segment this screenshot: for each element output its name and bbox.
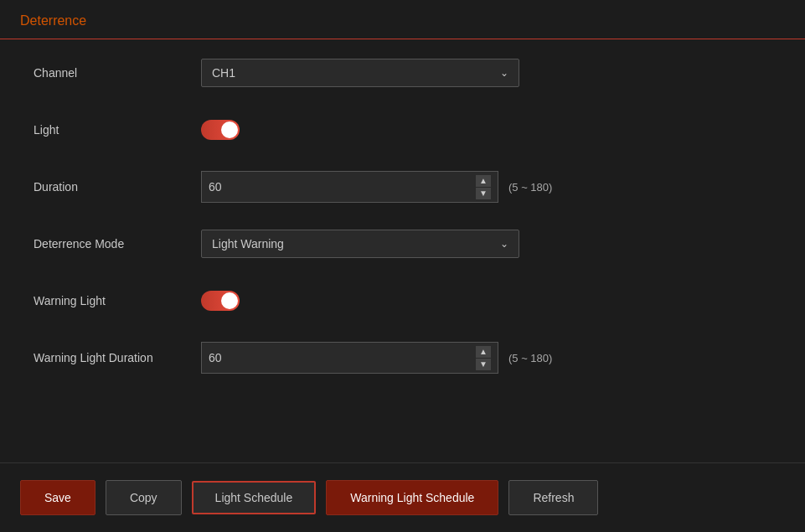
deterrence-mode-control: Light Warning ⌄ — [201, 230, 771, 258]
warning-light-duration-control: 60 ▲ ▼ (5 ~ 180) — [201, 342, 771, 374]
duration-input-box[interactable]: 60 ▲ ▼ — [201, 171, 498, 203]
duration-row: Duration 60 ▲ ▼ (5 ~ 180) — [34, 170, 771, 204]
duration-control: 60 ▲ ▼ (5 ~ 180) — [201, 171, 771, 203]
copy-button[interactable]: Copy — [106, 480, 182, 515]
page-title: Deterrence — [20, 13, 86, 28]
light-toggle-knob — [221, 121, 238, 138]
warning-light-toggle-wrapper — [201, 291, 240, 311]
light-control — [201, 120, 771, 140]
warning-light-control — [201, 291, 771, 311]
warning-light-duration-box[interactable]: 60 ▲ ▼ — [201, 342, 498, 374]
warning-light-duration-range-hint: (5 ~ 180) — [508, 352, 552, 364]
channel-row: Channel CH1 ⌄ — [34, 56, 771, 90]
warning-light-duration-value: 60 — [209, 351, 222, 364]
warning-light-duration-label: Warning Light Duration — [34, 351, 201, 364]
duration-spinner: ▲ ▼ — [476, 175, 491, 199]
warning-light-duration-up-btn[interactable]: ▲ — [476, 346, 491, 358]
light-label: Light — [34, 123, 201, 137]
warning-light-duration-row: Warning Light Duration 60 ▲ ▼ (5 ~ 180) — [34, 341, 771, 374]
save-button[interactable]: Save — [20, 480, 95, 515]
light-toggle-wrapper — [201, 120, 240, 140]
deterrence-mode-arrow: ⌄ — [500, 238, 508, 250]
deterrence-mode-dropdown[interactable]: Light Warning ⌄ — [201, 230, 519, 258]
light-row: Light — [34, 113, 771, 147]
deterrence-mode-label: Deterrence Mode — [34, 237, 201, 251]
duration-range-hint: (5 ~ 180) — [508, 181, 552, 194]
light-toggle[interactable] — [201, 120, 240, 140]
channel-dropdown-arrow: ⌄ — [500, 67, 508, 79]
title-bar: Deterrence — [0, 0, 805, 39]
warning-light-duration-spinner: ▲ ▼ — [476, 346, 491, 370]
channel-control: CH1 ⌄ — [201, 59, 771, 87]
buttons-area: Save Copy Light Schedule Warning Light S… — [0, 462, 805, 532]
form-area: Channel CH1 ⌄ Light — [0, 39, 805, 415]
channel-dropdown[interactable]: CH1 ⌄ — [201, 59, 519, 87]
channel-dropdown-value: CH1 — [212, 66, 235, 80]
duration-input-wrap: 60 ▲ ▼ (5 ~ 180) — [201, 171, 552, 203]
warning-light-duration-wrap: 60 ▲ ▼ (5 ~ 180) — [201, 342, 552, 374]
deterrence-mode-value: Light Warning — [212, 237, 284, 251]
deterrence-container: Deterrence Channel CH1 ⌄ Light — [0, 0, 805, 532]
warning-light-duration-down-btn[interactable]: ▼ — [476, 359, 491, 370]
warning-light-schedule-button[interactable]: Warning Light Schedule — [326, 480, 498, 515]
duration-up-btn[interactable]: ▲ — [476, 175, 491, 187]
light-schedule-button[interactable]: Light Schedule — [192, 481, 317, 514]
warning-light-toggle[interactable] — [201, 291, 240, 311]
duration-label: Duration — [34, 180, 201, 194]
duration-down-btn[interactable]: ▼ — [476, 188, 491, 199]
duration-value: 60 — [209, 180, 222, 194]
warning-light-row: Warning Light — [34, 284, 771, 318]
warning-light-label: Warning Light — [34, 294, 201, 307]
deterrence-mode-row: Deterrence Mode Light Warning ⌄ — [34, 227, 771, 261]
main-wrapper: Deterrence Channel CH1 ⌄ Light — [0, 0, 805, 532]
channel-label: Channel — [34, 66, 201, 80]
warning-light-toggle-knob — [221, 292, 238, 309]
refresh-button[interactable]: Refresh — [508, 480, 598, 515]
